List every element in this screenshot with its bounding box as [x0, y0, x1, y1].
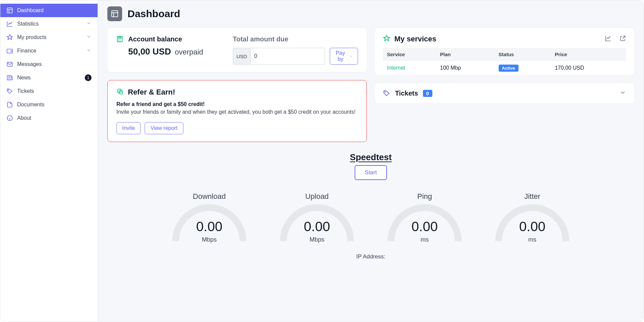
gauge-arc: [388, 204, 462, 241]
services-title: My services: [394, 35, 601, 43]
star-icon: [383, 35, 390, 43]
refer-head: Refer & Earn!: [116, 88, 358, 97]
tag-icon: [6, 88, 13, 95]
copy-icon: [116, 88, 124, 97]
pay-row: USD Pay by: [233, 48, 358, 65]
ip-address-label: IP Address:: [107, 253, 634, 260]
sidebar-item-dashboard[interactable]: Dashboard: [0, 4, 98, 17]
balance-title: Account balance: [128, 35, 203, 43]
tickets-card[interactable]: Tickets 0: [375, 83, 634, 103]
status-badge: Active: [499, 65, 518, 72]
gauge-label: Ping: [381, 192, 468, 201]
balance-amount: 50,00 USD overpaid: [128, 46, 203, 57]
dashboard-icon: [6, 7, 13, 14]
balance-amount-value: 50,00 USD: [128, 46, 171, 57]
service-link[interactable]: Internet: [387, 65, 405, 71]
amount-input[interactable]: [250, 48, 325, 65]
gauge-upload: Upload 0.00 Mbps: [273, 192, 361, 243]
page-title-icon: [107, 6, 122, 21]
account-balance-card: Account balance 50,00 USD overpaid Total…: [107, 28, 367, 72]
sidebar-item-statistics[interactable]: Statistics: [0, 17, 98, 31]
service-plan: 100 Mbp: [436, 61, 495, 75]
chevron-down-icon: [86, 34, 92, 41]
left-column: Account balance 50,00 USD overpaid Total…: [107, 28, 367, 142]
tag-icon: [383, 90, 390, 97]
tickets-title: Tickets: [395, 90, 418, 97]
gauge-row: Download 0.00 Mbps Upload 0.00 Mbps Ping…: [107, 192, 634, 243]
total-due-title: Total amount due: [233, 35, 358, 43]
services-head: My services: [383, 35, 626, 43]
gauge-jitter: Jitter 0.00 ms: [489, 192, 576, 243]
sidebar-item-tickets[interactable]: Tickets: [0, 84, 98, 98]
refer-actions: Invite View report: [116, 122, 358, 134]
services-table: Service Plan Status Price Internet 100 M…: [383, 48, 626, 75]
chart-toggle-icon[interactable]: [605, 35, 611, 43]
refer-title: Refer & Earn!: [128, 88, 175, 97]
gauge-download: Download 0.00 Mbps: [166, 192, 253, 243]
speedtest-start-button[interactable]: Start: [355, 165, 387, 180]
chevron-down-icon: [86, 21, 92, 27]
external-link-icon[interactable]: [619, 35, 626, 43]
service-price: 170,00 USD: [551, 61, 626, 75]
sidebar-item-label: Finance: [17, 48, 36, 54]
gauge-arc: [495, 204, 569, 241]
chevron-down-icon: [619, 89, 626, 97]
table-row[interactable]: Internet 100 Mbp Active 170,00 USD: [383, 61, 626, 75]
gauge-arc: [172, 204, 246, 241]
pay-by-label: Pay by: [335, 50, 346, 62]
right-column: My services Service Plan: [375, 28, 634, 103]
sidebar-item-label: Dashboard: [17, 7, 43, 13]
pay-by-button[interactable]: Pay by: [330, 48, 358, 65]
sidebar-item-messages[interactable]: Messages: [0, 58, 98, 71]
sidebar-item-finance[interactable]: Finance: [0, 44, 98, 58]
gauge-arc: [280, 204, 354, 241]
currency-tag: USD: [233, 48, 251, 65]
invite-button[interactable]: Invite: [116, 122, 141, 134]
svg-point-12: [385, 92, 386, 92]
balance-left: Account balance 50,00 USD overpaid: [116, 35, 226, 65]
info-icon: [6, 115, 13, 121]
sidebar-item-products[interactable]: My products: [0, 31, 98, 44]
news-icon: [6, 74, 13, 81]
chart-icon: [6, 21, 13, 27]
balance-right: Total amount due USD Pay by: [233, 35, 358, 65]
chevron-down-icon: [349, 53, 353, 59]
col-plan: Plan: [436, 48, 495, 61]
sidebar-item-label: Documents: [17, 102, 44, 108]
col-status: Status: [495, 48, 551, 61]
sidebar: Dashboard Statistics My products Fina: [0, 0, 98, 322]
svg-rect-9: [118, 37, 121, 39]
chevron-down-icon: [86, 47, 92, 54]
sidebar-item-label: About: [17, 115, 31, 121]
sidebar-item-about[interactable]: About: [0, 111, 98, 125]
svg-point-5: [8, 90, 9, 91]
svg-rect-7: [112, 11, 118, 17]
gauge-ping: Ping 0.00 ms: [381, 192, 468, 243]
balance-overpaid-label: overpaid: [175, 48, 203, 56]
page-title: Dashboard: [128, 8, 180, 20]
refer-headline: Refer a friend and get a $50 credit!: [116, 101, 358, 107]
svg-rect-0: [7, 8, 12, 13]
document-icon: [6, 101, 13, 108]
speedtest-section: Speedtest Start Download 0.00 Mbps Uploa…: [107, 152, 634, 260]
news-badge: 1: [85, 74, 92, 81]
page-header: Dashboard: [107, 6, 634, 21]
wallet-icon: [6, 47, 13, 54]
col-service: Service: [383, 48, 436, 61]
sidebar-item-label: News: [17, 75, 31, 81]
balance-icon: [116, 35, 123, 65]
speedtest-title: Speedtest: [107, 152, 634, 163]
sidebar-item-label: Tickets: [17, 88, 34, 94]
top-grid: Account balance 50,00 USD overpaid Total…: [107, 28, 634, 142]
refer-body: Invite your friends or family and when t…: [116, 108, 358, 116]
sidebar-item-label: Messages: [17, 61, 42, 67]
gauge-label: Download: [166, 192, 253, 201]
gauge-label: Upload: [273, 192, 361, 201]
sidebar-item-documents[interactable]: Documents: [0, 98, 98, 111]
star-icon: [6, 34, 13, 41]
mail-icon: [6, 61, 13, 68]
col-price: Price: [551, 48, 626, 61]
view-report-button[interactable]: View report: [145, 122, 183, 134]
sidebar-item-news[interactable]: News 1: [0, 71, 98, 84]
app-root: Dashboard Statistics My products Fina: [0, 0, 644, 322]
